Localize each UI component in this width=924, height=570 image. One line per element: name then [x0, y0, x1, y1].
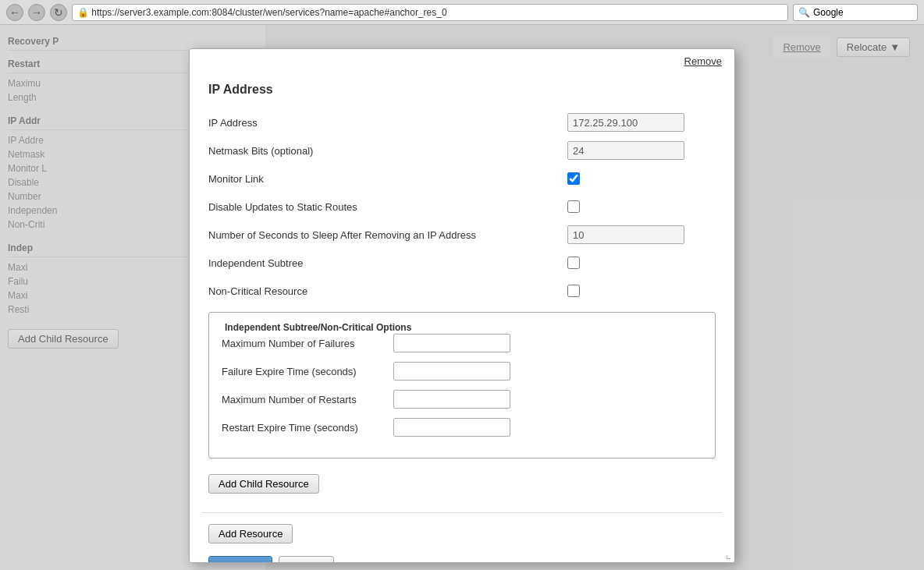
- max-restarts-row: Maximum Number of Restarts: [222, 389, 702, 409]
- url-text: https://server3.example.com:8084/cluster…: [91, 7, 446, 18]
- disable-updates-row: Disable Updates to Static Routes: [208, 196, 716, 217]
- add-child-resource-button[interactable]: Add Child Resource: [208, 474, 319, 494]
- ip-address-label: IP Address: [208, 117, 567, 129]
- non-critical-checkbox[interactable]: [567, 285, 580, 297]
- lock-icon: 🔒: [77, 7, 89, 18]
- modal-action-buttons: Submit Cancel: [208, 556, 716, 563]
- disable-updates-checkbox[interactable]: [567, 200, 580, 213]
- netmask-row: Netmask Bits (optional): [208, 140, 716, 161]
- failure-expire-input[interactable]: [393, 362, 510, 381]
- ip-address-row: IP Address: [208, 112, 716, 133]
- modal-footer: Add Resource Submit Cancel: [190, 513, 734, 563]
- fieldset-legend: Independent Subtree/Non-Critical Options: [222, 322, 702, 333]
- independent-subtree-checkbox[interactable]: [567, 257, 580, 269]
- non-critical-label: Non-Critical Resource: [208, 285, 567, 297]
- disable-updates-label: Disable Updates to Static Routes: [208, 201, 567, 213]
- browser-chrome: ← → ↻ 🔒 https://server3.example.com:8084…: [0, 0, 924, 25]
- reload-button[interactable]: ↻: [50, 4, 67, 21]
- forward-button[interactable]: →: [28, 4, 45, 21]
- main-area: Recovery P Restart Maximu Length IP Addr…: [0, 25, 924, 570]
- sleep-seconds-input[interactable]: [567, 225, 684, 244]
- max-restarts-input[interactable]: [393, 390, 510, 409]
- restart-expire-row: Restart Expire Time (seconds): [222, 417, 702, 437]
- netmask-label: Netmask Bits (optional): [208, 145, 567, 157]
- cancel-button[interactable]: Cancel: [279, 556, 333, 563]
- search-icon: 🔍: [798, 7, 810, 18]
- ip-address-modal: Remove IP Address IP Address Netmask Bit…: [189, 48, 735, 563]
- add-resource-button[interactable]: Add Resource: [208, 524, 293, 543]
- max-failures-label: Maximum Number of Failures: [222, 338, 393, 349]
- modal-heading: IP Address: [208, 83, 716, 100]
- monitor-link-checkbox[interactable]: [567, 172, 580, 185]
- restart-expire-label: Restart Expire Time (seconds): [222, 422, 393, 434]
- independent-subtree-label: Independent Subtree: [208, 257, 567, 269]
- resize-handle[interactable]: ⌞: [726, 548, 731, 561]
- independent-subtree-row: Independent Subtree: [208, 253, 716, 273]
- search-engine-label: Google: [813, 7, 844, 18]
- monitor-link-row: Monitor Link: [208, 168, 716, 189]
- url-bar[interactable]: 🔒 https://server3.example.com:8084/clust…: [72, 4, 788, 21]
- max-failures-input[interactable]: [393, 334, 510, 352]
- non-critical-row: Non-Critical Resource: [208, 281, 716, 301]
- subtree-options-fieldset: Independent Subtree/Non-Critical Options…: [208, 312, 716, 458]
- ip-address-input[interactable]: [567, 113, 684, 132]
- modal-overlay: Remove IP Address IP Address Netmask Bit…: [0, 25, 924, 570]
- sleep-seconds-row: Number of Seconds to Sleep After Removin…: [208, 225, 716, 245]
- search-bar[interactable]: 🔍 Google: [793, 4, 918, 21]
- back-button[interactable]: ←: [6, 4, 23, 21]
- max-failures-row: Maximum Number of Failures: [222, 333, 702, 353]
- max-restarts-label: Maximum Number of Restarts: [222, 394, 393, 405]
- sleep-seconds-label: Number of Seconds to Sleep After Removin…: [208, 229, 567, 241]
- netmask-input[interactable]: [567, 141, 684, 160]
- submit-button[interactable]: Submit: [208, 556, 272, 563]
- monitor-link-label: Monitor Link: [208, 173, 567, 185]
- failure-expire-label: Failure Expire Time (seconds): [222, 366, 393, 377]
- failure-expire-row: Failure Expire Time (seconds): [222, 361, 702, 381]
- modal-top-remove-area: Remove: [190, 49, 734, 67]
- modal-content: IP Address IP Address Netmask Bits (opti…: [190, 67, 734, 512]
- modal-remove-link[interactable]: Remove: [684, 55, 722, 67]
- restart-expire-input[interactable]: [393, 418, 510, 437]
